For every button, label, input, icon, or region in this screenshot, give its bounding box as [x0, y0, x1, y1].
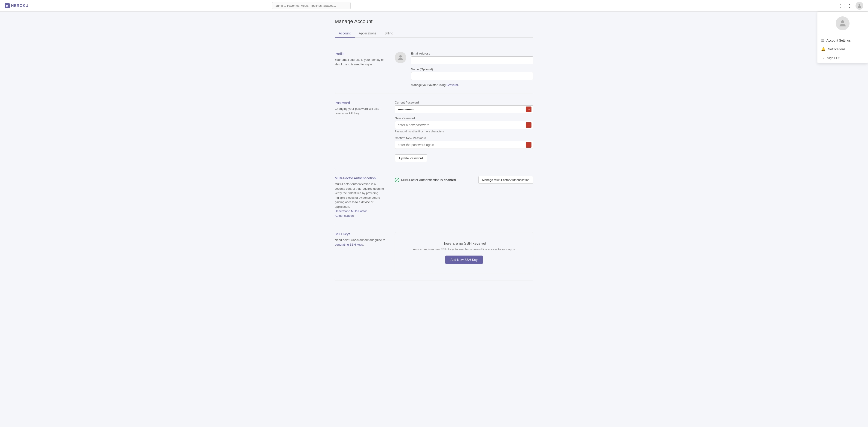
password-section-desc: Changing your password will also reset y…: [335, 106, 385, 116]
user-avatar[interactable]: [856, 2, 863, 10]
manage-mfa-button[interactable]: Manage Multi-Factor Authentication: [478, 176, 533, 184]
grid-icon[interactable]: ⋮⋮⋮: [838, 3, 852, 8]
ssh-empty-desc: You can register new SSH keys to enable …: [400, 247, 528, 251]
sign-out-label: Sign Out: [827, 56, 839, 60]
gravatar-text: Manage your avatar using: [411, 83, 446, 87]
nav-right: ⋮⋮⋮: [838, 2, 863, 10]
new-password-field-group: New Password ··· Password must be 8 or m…: [395, 117, 533, 133]
email-input[interactable]: [411, 56, 533, 64]
ssh-desc-text: Need help? Checkout out our guide to: [335, 238, 385, 242]
new-password-toggle[interactable]: ···: [526, 122, 531, 128]
gravatar-note: Manage your avatar using Gravatar.: [411, 83, 533, 87]
password-section-title: Password: [335, 101, 385, 105]
current-password-input[interactable]: [395, 105, 533, 113]
ssh-content: There are no SSH keys yet You can regist…: [395, 232, 533, 273]
account-settings-menu-item[interactable]: ☰ Account Settings: [817, 36, 868, 45]
mfa-content: ✓ Multi-Factor Authentication is enabled…: [395, 176, 533, 218]
profile-row: Email Address Name (Optional) Manage you…: [395, 52, 533, 87]
new-password-input[interactable]: [395, 121, 533, 129]
password-content: Current Password ··· New Password ··· Pa…: [395, 101, 533, 162]
tab-applications[interactable]: Applications: [355, 29, 381, 38]
ssh-section-title: SSH Keys: [335, 232, 385, 236]
tab-billing[interactable]: Billing: [380, 29, 397, 38]
mfa-row: ✓ Multi-Factor Authentication is enabled…: [395, 176, 533, 184]
current-password-wrapper: ···: [395, 105, 533, 113]
current-password-toggle[interactable]: ···: [526, 106, 531, 112]
password-label: Password Changing your password will als…: [335, 101, 385, 162]
search-input[interactable]: [272, 2, 351, 9]
ssh-section-desc: Need help? Checkout out our guide to gen…: [335, 238, 385, 247]
bell-icon: 🔔: [821, 47, 826, 51]
password-hint: Password must be 8 or more characters.: [395, 130, 533, 133]
mfa-status-prefix: Multi-Factor Authentication is: [401, 178, 444, 182]
sign-out-icon: →: [821, 56, 825, 60]
sign-out-menu-item[interactable]: → Sign Out: [817, 54, 868, 62]
menu-lines-icon: ☰: [821, 38, 824, 42]
profile-fields: Email Address Name (Optional) Manage you…: [411, 52, 533, 87]
account-tabs: Account Applications Billing: [335, 29, 533, 38]
gravatar-link[interactable]: Gravatar: [446, 83, 458, 87]
dropdown-avatar: [836, 17, 849, 30]
notifications-label: Notifications: [828, 48, 845, 51]
account-settings-label: Account Settings: [827, 38, 851, 42]
ssh-empty-box: There are no SSH keys yet You can regist…: [395, 232, 533, 273]
update-password-button[interactable]: Update Password: [395, 154, 427, 162]
svg-point-0: [859, 4, 860, 6]
mfa-label: Multi-Factor Authentication Multi-Factor…: [335, 176, 385, 218]
ssh-generating-link[interactable]: generating SSH keys: [335, 243, 363, 246]
svg-point-2: [399, 55, 402, 58]
profile-content: Email Address Name (Optional) Manage you…: [395, 52, 533, 87]
profile-avatar: [395, 52, 406, 63]
password-section: Password Changing your password will als…: [335, 94, 533, 169]
page-title: Manage Account: [335, 19, 533, 25]
search-bar: [272, 2, 351, 9]
name-input[interactable]: [411, 72, 533, 80]
mfa-status-text: Multi-Factor Authentication is enabled: [401, 178, 456, 182]
notifications-menu-item[interactable]: 🔔 Notifications: [817, 45, 868, 54]
top-navigation: H HEROKU ⋮⋮⋮ ☰ Account Settings: [0, 0, 868, 11]
confirm-password-toggle[interactable]: ···: [526, 142, 531, 148]
ssh-empty-title: There are no SSH keys yet: [400, 241, 528, 246]
current-password-field-group: Current Password ···: [395, 101, 533, 113]
name-label: Name (Optional): [411, 67, 533, 71]
new-password-label: New Password: [395, 117, 533, 120]
confirm-password-wrapper: ···: [395, 141, 533, 149]
current-password-label: Current Password: [395, 101, 533, 104]
heroku-logo-icon: H: [5, 3, 10, 8]
mfa-section-title: Multi-Factor Authentication: [335, 176, 385, 180]
profile-section-desc: Your email address is your identity on H…: [335, 58, 385, 66]
profile-label: Profile Your email address is your ident…: [335, 52, 385, 87]
mfa-check-icon: ✓: [395, 178, 399, 182]
email-field-group: Email Address: [411, 52, 533, 64]
dropdown-avatar-section: [817, 13, 868, 34]
page-wrapper: Manage Account Account Applications Bill…: [330, 11, 538, 287]
heroku-logo: H HEROKU: [5, 3, 28, 8]
mfa-learn-more-link[interactable]: Understand Multi-Factor Authentication: [335, 209, 367, 217]
profile-section-title: Profile: [335, 52, 385, 56]
mfa-desc-text: Multi-Factor Authentication is a securit…: [335, 182, 384, 208]
add-ssh-key-button[interactable]: Add New SSH Key: [445, 255, 483, 264]
new-password-wrapper: ···: [395, 121, 533, 129]
mfa-status-bold: enabled: [444, 178, 456, 182]
ssh-label: SSH Keys Need help? Checkout out our gui…: [335, 232, 385, 273]
tab-account[interactable]: Account: [335, 29, 355, 38]
svg-point-1: [841, 20, 844, 23]
email-label: Email Address: [411, 52, 533, 55]
profile-section: Profile Your email address is your ident…: [335, 45, 533, 94]
heroku-brand-name: HEROKU: [11, 4, 28, 8]
confirm-password-label: Confirm New Password: [395, 136, 533, 140]
confirm-password-field-group: Confirm New Password ···: [395, 136, 533, 149]
mfa-status: ✓ Multi-Factor Authentication is enabled: [395, 178, 475, 182]
confirm-password-input[interactable]: [395, 141, 533, 149]
mfa-section: Multi-Factor Authentication Multi-Factor…: [335, 169, 533, 225]
ssh-section: SSH Keys Need help? Checkout out our gui…: [335, 225, 533, 280]
name-field-group: Name (Optional): [411, 67, 533, 80]
mfa-section-desc: Multi-Factor Authentication is a securit…: [335, 182, 385, 218]
user-dropdown-menu: ☰ Account Settings 🔔 Notifications → Sig…: [817, 11, 868, 63]
